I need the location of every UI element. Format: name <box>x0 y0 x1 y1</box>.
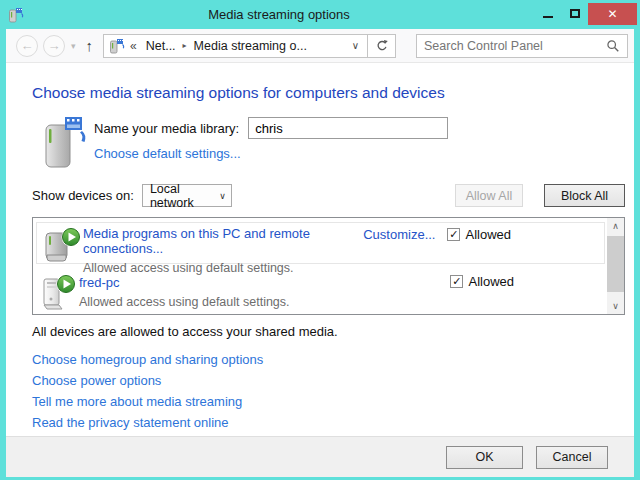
page-title: Choose media streaming options for compu… <box>32 84 625 102</box>
maximize-icon <box>570 9 580 18</box>
show-devices-select[interactable]: Local network ∨ <box>142 184 232 207</box>
caption-buttons: ✕ <box>534 3 637 27</box>
device-row-controls: Customize... Allowed <box>363 227 511 242</box>
close-button[interactable]: ✕ <box>588 3 637 25</box>
combo-arrow-icon: ∨ <box>219 191 226 201</box>
maximize-button[interactable] <box>561 3 588 25</box>
scroll-up-button[interactable]: ∧ <box>607 218 624 234</box>
status-text: All devices are allowed to access your s… <box>32 324 625 339</box>
search-input[interactable] <box>424 39 606 53</box>
back-button[interactable]: ← <box>16 35 38 57</box>
library-name-input[interactable] <box>248 117 448 139</box>
fred-pc-link[interactable]: fred-pc <box>79 275 119 290</box>
customize-link[interactable]: Customize... <box>363 227 435 242</box>
ok-button[interactable]: OK <box>446 446 523 469</box>
up-arrow-icon: ↑ <box>86 37 94 54</box>
choose-default-settings-link[interactable]: Choose default settings... <box>94 146 241 161</box>
block-all-button[interactable]: Block All <box>544 184 625 207</box>
address-location-icon <box>109 38 125 54</box>
app-icon <box>8 7 24 23</box>
device-texts: Media programs on this PC and remote con… <box>83 225 363 275</box>
window-body: ← → ▾ ↑ « Net... ▸ Media streaming o... … <box>6 29 634 474</box>
task-links: Choose homegroup and sharing options Cho… <box>32 352 625 436</box>
devices-filter-bar: Show devices on: Local network ∨ Allow A… <box>32 184 625 207</box>
back-icon: ← <box>21 38 34 53</box>
device-row-fred-pc[interactable]: fred-pc Allowed access using default set… <box>33 267 607 311</box>
device-row-media-programs[interactable]: Media programs on this PC and remote con… <box>36 222 605 264</box>
device-rows: Media programs on this PC and remote con… <box>33 218 607 314</box>
scroll-down-icon: ∨ <box>612 301 619 311</box>
media-programs-icon <box>43 225 83 265</box>
device-description: Allowed access using default settings. <box>79 295 450 309</box>
cancel-button[interactable]: Cancel <box>536 446 608 469</box>
library-name-label: Name your media library: <box>94 121 239 136</box>
navigation-bar: ← → ▾ ↑ « Net... ▸ Media streaming o... … <box>6 29 634 63</box>
recent-pages-button[interactable]: ▾ <box>71 41 76 51</box>
forward-icon: → <box>48 38 61 53</box>
address-bar[interactable]: « Net... ▸ Media streaming o... ∨ <box>103 34 396 58</box>
link-homegroup-sharing-options[interactable]: Choose homegroup and sharing options <box>32 352 625 367</box>
link-media-streaming-help[interactable]: Tell me more about media streaming <box>32 394 625 409</box>
media-library-icon <box>41 115 89 169</box>
allowed-checkbox[interactable] <box>450 275 463 288</box>
search-icon[interactable] <box>606 39 620 53</box>
titlebar: Media streaming options ✕ <box>0 0 640 29</box>
library-fields: Name your media library: Choose default … <box>94 115 448 169</box>
device-list-scrollbar[interactable]: ∧ ∨ <box>607 218 624 314</box>
link-power-options[interactable]: Choose power options <box>32 373 625 388</box>
search-box <box>416 34 628 58</box>
device-row-controls: Allowed <box>450 274 514 289</box>
chevron-down-icon: ▾ <box>71 41 76 51</box>
breadcrumb-item-network[interactable]: Net... <box>139 39 183 53</box>
breadcrumb-item-media-streaming[interactable]: Media streaming o... <box>187 39 314 53</box>
fred-pc-icon <box>39 272 79 312</box>
forward-button[interactable]: → <box>43 35 65 57</box>
scroll-down-button[interactable]: ∨ <box>607 298 624 314</box>
minimize-button[interactable] <box>534 3 561 25</box>
footer: OK Cancel <box>6 436 634 477</box>
link-privacy-statement[interactable]: Read the privacy statement online <box>32 415 625 430</box>
close-icon: ✕ <box>607 7 617 21</box>
refresh-button[interactable] <box>368 35 395 57</box>
breadcrumb-overflow-icon[interactable]: « <box>130 39 137 53</box>
device-texts: fred-pc Allowed access using default set… <box>79 272 450 309</box>
media-streaming-options-window: Media streaming options ✕ ← → ▾ ↑ « <box>0 0 640 480</box>
minimize-icon <box>543 16 553 18</box>
window-title: Media streaming options <box>24 7 534 22</box>
scroll-up-icon: ∧ <box>612 221 619 231</box>
up-button[interactable]: ↑ <box>86 37 94 54</box>
allowed-checkbox[interactable] <box>447 228 460 241</box>
show-devices-selected-value: Local network <box>150 182 219 210</box>
refresh-icon <box>375 39 389 53</box>
scrollbar-thumb[interactable] <box>607 236 624 292</box>
device-list: Media programs on this PC and remote con… <box>32 217 625 315</box>
main-content: Choose media streaming options for compu… <box>6 63 634 436</box>
media-programs-link[interactable]: Media programs on this PC and remote con… <box>83 226 363 256</box>
allow-all-button[interactable]: Allow All <box>455 184 523 207</box>
allowed-label: Allowed <box>465 227 511 242</box>
library-section: Name your media library: Choose default … <box>41 115 625 169</box>
show-devices-label: Show devices on: <box>32 188 134 203</box>
allowed-label: Allowed <box>468 274 514 289</box>
address-dropdown-icon[interactable]: ∨ <box>344 40 367 51</box>
